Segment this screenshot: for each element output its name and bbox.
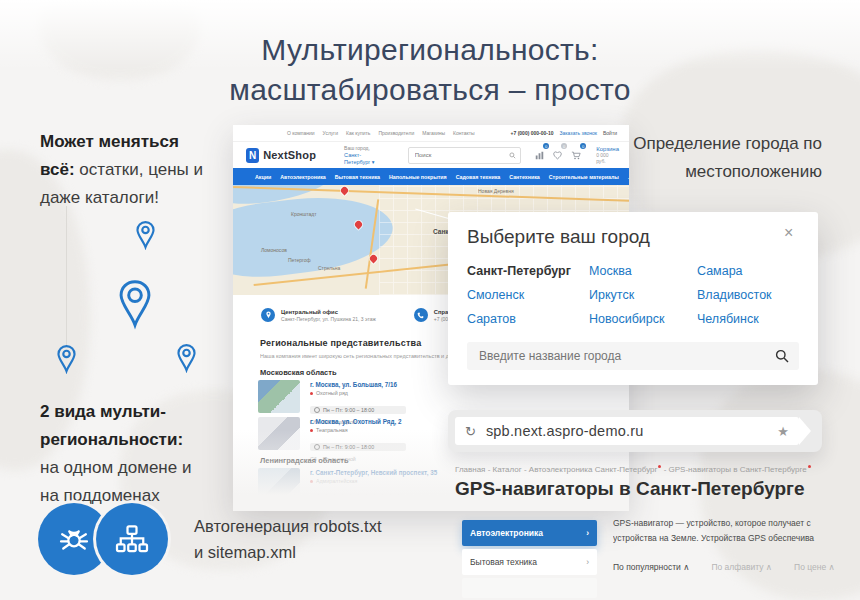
cart-icon[interactable]: 0 — [571, 146, 581, 164]
city-search-input[interactable] — [477, 348, 775, 364]
city-search-box[interactable] — [467, 342, 799, 370]
menu-item[interactable]: Бытовая техника — [335, 174, 380, 180]
map-pin-icon-large — [112, 278, 158, 330]
menu-item[interactable]: Строительные материалы — [549, 174, 619, 180]
city-selector[interactable]: Ваш город, Санкт-Петербург ▾ — [344, 145, 386, 166]
autogeneration-feature: Автогенерация robots.txt и sitemap.xml — [38, 503, 394, 575]
sort-alphabet[interactable]: По алфавиту ∧ — [711, 562, 772, 572]
nextshop-logo-text[interactable]: NextShop — [263, 149, 316, 161]
sidebar-item-label: Бытовая техника — [470, 557, 537, 567]
bookmark-star-icon[interactable]: ★ — [777, 424, 789, 439]
utility-nav-link[interactable]: О компании — [287, 130, 315, 136]
nextshop-logo-icon[interactable]: N — [246, 148, 259, 163]
store-address[interactable]: г. Москва, ул. Большая, 7/16 — [310, 380, 406, 389]
city-option[interactable]: Самара — [697, 264, 772, 278]
callback-link[interactable]: Заказать звонок — [560, 130, 597, 136]
city-option[interactable]: Новосибирск — [589, 312, 664, 326]
close-icon[interactable]: × — [784, 224, 793, 242]
utility-nav-link[interactable]: Услуги — [323, 130, 338, 136]
menu-item[interactable]: Напольные покрытия — [389, 174, 447, 180]
cart-sum: 0 000 руб. — [596, 152, 619, 164]
city-column: Санкт-Петербург Смоленск Саратов — [467, 264, 571, 326]
sidebar-item-appliances[interactable]: Бытовая техника › — [462, 549, 597, 575]
store-metro: Охотный ряд — [310, 389, 406, 398]
map-label: Ломоносов — [261, 247, 287, 253]
favorites-icon[interactable]: 0 — [553, 146, 562, 164]
refresh-icon[interactable]: ↻ — [465, 424, 476, 439]
breadcrumb-sep: - — [524, 465, 527, 474]
utility-nav-link[interactable]: Контакты — [453, 130, 475, 136]
page-title-line2: масштабироваться – просто — [229, 73, 631, 106]
breadcrumb-item[interactable]: Каталог — [493, 465, 522, 474]
url-text[interactable]: spb.next.aspro-demo.ru — [486, 423, 644, 439]
fact-two-kinds-bold: 2 вида мульти-региональности: — [40, 402, 183, 449]
sort-bar: По популярности ∧ По алфавиту ∧ По цене … — [613, 562, 835, 572]
store-hours-text: Пн – Пт: 9:00 – 18:00 — [323, 407, 374, 413]
site-search-box[interactable] — [408, 147, 521, 164]
store-metro-name: Охотный ряд — [316, 389, 348, 398]
catalog-menu-bar: Акции Автоэлектроника Бытовая техника На… — [233, 168, 629, 185]
store-address[interactable]: г. Москва, ул. Охотный Ряд, 2 — [310, 417, 406, 426]
sort-popularity[interactable]: По популярности ∧ — [613, 562, 689, 572]
compare-icon[interactable]: 0 — [535, 146, 544, 164]
sidebar-item-autoelectronics[interactable]: Автоэлектроника › — [462, 520, 597, 546]
breadcrumb-item[interactable]: Главная — [455, 465, 485, 474]
city-option-selected[interactable]: Санкт-Петербург — [467, 264, 571, 278]
decorative-line — [66, 206, 67, 346]
browser-urlbar: ↻ spb.next.aspro-demo.ru ★ — [448, 410, 822, 452]
city-option[interactable]: Иркутск — [589, 288, 664, 302]
chevron-right-icon: › — [586, 528, 589, 538]
search-icon[interactable] — [509, 152, 516, 159]
favorites-badge: 0 — [561, 143, 567, 149]
sitemap-icon — [96, 503, 168, 575]
city-selector-label: Ваш город, — [344, 145, 386, 152]
map-marker-icon[interactable] — [340, 186, 350, 196]
autogeneration-label: Автогенерация robots.txt и sitemap.xml — [194, 513, 394, 565]
sidebar-item-faded — [462, 578, 597, 598]
search-icon[interactable] — [775, 349, 789, 363]
page-title-line1: Мультирегиональность: — [261, 33, 598, 66]
contact-office-title: Центральный офис — [281, 308, 376, 316]
utility-nav-link[interactable]: Производители — [378, 130, 414, 136]
city-option[interactable]: Саратов — [467, 312, 571, 326]
cart-badge: 0 — [580, 143, 586, 149]
menu-item-more[interactable]: ... — [628, 174, 629, 180]
store-photo — [258, 380, 300, 413]
utility-nav-link[interactable]: Магазины — [422, 130, 445, 136]
regional-title: Региональные представительства — [260, 338, 421, 348]
pin-icon — [261, 308, 275, 322]
city-option[interactable]: Смоленск — [467, 288, 571, 302]
login-button[interactable]: Войти — [603, 130, 617, 136]
sort-price[interactable]: По цене ∧ — [794, 562, 835, 572]
fact-two-kinds: 2 вида мульти-региональности: на одном д… — [40, 398, 212, 510]
city-option[interactable]: Челябинск — [697, 312, 772, 326]
category-description-line: устройства на Земле. Устройства GPS обес… — [613, 531, 860, 546]
city-option[interactable]: Владивосток — [697, 288, 772, 302]
menu-item[interactable]: Автоэлектроника — [280, 174, 326, 180]
red-dot-icon — [658, 465, 661, 468]
metro-dot-icon — [310, 392, 313, 395]
site-header: N NextShop Ваш город, Санкт-Петербург ▾ … — [233, 142, 629, 168]
menu-item[interactable]: Сантехника — [509, 174, 540, 180]
menu-item[interactable]: Садовая техника — [456, 174, 501, 180]
red-dot-icon — [808, 465, 811, 468]
map-label: Стрельна — [318, 265, 340, 271]
menu-item[interactable]: Акции — [255, 174, 271, 180]
modal-title: Выберите ваш город — [467, 226, 650, 248]
breadcrumb-sep: - — [488, 465, 491, 474]
chevron-right-icon: › — [586, 557, 589, 567]
city-option[interactable]: Москва — [589, 264, 664, 278]
city-selector-value[interactable]: Санкт-Петербург ▾ — [344, 152, 386, 166]
clock-icon — [314, 407, 320, 413]
phone-icon — [414, 308, 428, 322]
site-utility-nav: О компании Услуги Как купить Производите… — [233, 125, 629, 142]
breadcrumb-item-region[interactable]: Автоэлектроника Санкт-Петербург — [529, 465, 658, 474]
breadcrumb-sep: - — [664, 465, 667, 474]
map-label: Кронштадт — [291, 211, 316, 217]
url-field[interactable]: ↻ spb.next.aspro-demo.ru ★ — [455, 417, 799, 445]
page-title: Мультирегиональность: масштабироваться –… — [0, 30, 860, 110]
category-description-line: GPS-навигатор — устройство, которое полу… — [613, 516, 860, 531]
fact-changeable: Может меняться всё: остатки, цены и даже… — [40, 128, 212, 212]
site-search-input[interactable] — [413, 151, 509, 159]
utility-nav-link[interactable]: Как купить — [346, 130, 370, 136]
